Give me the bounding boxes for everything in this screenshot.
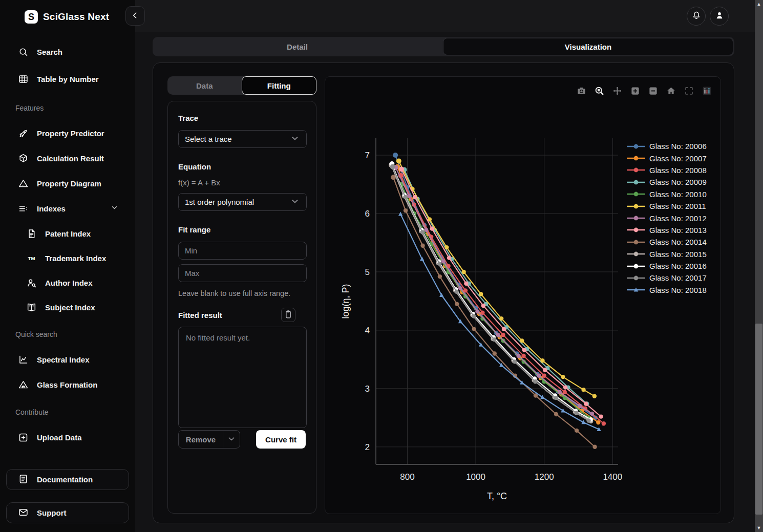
series-marker[interactable] xyxy=(407,194,411,198)
fit-range-max-input[interactable]: Max xyxy=(178,264,307,282)
page-scrollbar[interactable]: ▲ ▼ xyxy=(755,0,763,532)
sidebar-item-calculation-result[interactable]: Calculation Result xyxy=(0,150,135,167)
series-marker[interactable] xyxy=(430,226,434,230)
series-marker[interactable] xyxy=(398,212,402,216)
series-line[interactable] xyxy=(401,169,601,416)
legend-item[interactable]: Glass No: 20008 xyxy=(627,164,707,176)
legend-item[interactable]: Glass No: 20010 xyxy=(627,188,707,200)
series-marker[interactable] xyxy=(599,414,603,418)
series-marker[interactable] xyxy=(590,412,594,416)
series-marker[interactable] xyxy=(420,244,425,248)
tab-fitting[interactable]: Fitting xyxy=(242,76,317,95)
equation-select[interactable]: 1st order polynomial xyxy=(178,193,307,211)
series-marker[interactable] xyxy=(501,333,505,337)
autoscale-icon[interactable] xyxy=(682,85,695,96)
copy-result-button[interactable] xyxy=(281,308,295,322)
trace-select[interactable]: Select a trace xyxy=(178,130,307,148)
sidebar-documentation-button[interactable]: Documentation xyxy=(6,469,129,490)
series-marker[interactable] xyxy=(463,288,468,292)
legend-item[interactable]: Glass No: 20014 xyxy=(627,236,707,248)
scroll-up-arrow[interactable]: ▲ xyxy=(755,0,763,8)
series-marker[interactable] xyxy=(563,385,567,389)
series-marker[interactable] xyxy=(404,208,408,212)
series-line[interactable] xyxy=(401,176,604,423)
series-marker[interactable] xyxy=(393,153,398,158)
fit-range-min-input[interactable]: Min xyxy=(178,242,307,260)
series-marker[interactable] xyxy=(563,390,567,394)
series-marker[interactable] xyxy=(574,411,578,415)
series-marker[interactable] xyxy=(444,245,449,249)
series-marker[interactable] xyxy=(479,292,483,296)
legend-item[interactable]: Glass No: 20012 xyxy=(627,212,707,224)
series-marker[interactable] xyxy=(420,257,424,261)
legend-item[interactable]: Glass No: 20011 xyxy=(627,200,707,212)
series-marker[interactable] xyxy=(481,304,485,308)
tab-detail[interactable]: Detail xyxy=(153,37,442,56)
series-marker[interactable] xyxy=(522,348,526,352)
series-marker[interactable] xyxy=(578,404,582,408)
chevron-down-icon[interactable] xyxy=(110,203,119,214)
series-line[interactable] xyxy=(393,177,595,447)
sidebar-item-trademark-index[interactable]: TMTrademark Index xyxy=(0,249,135,267)
zoom-out-icon[interactable] xyxy=(646,85,660,96)
series-marker[interactable] xyxy=(475,309,479,313)
series-marker[interactable] xyxy=(502,327,506,331)
series-marker[interactable] xyxy=(592,394,597,398)
series-marker[interactable] xyxy=(447,256,451,260)
sidebar-item-property-predictor[interactable]: Property Predictor xyxy=(0,124,135,142)
series-marker[interactable] xyxy=(462,270,466,274)
series-marker[interactable] xyxy=(561,375,565,379)
series-marker[interactable] xyxy=(586,418,590,422)
sidebar-item-table-by-number[interactable]: Table by Number xyxy=(0,70,135,88)
legend-item[interactable]: Glass No: 20007 xyxy=(627,152,707,164)
sidebar-item-subject-index[interactable]: Subject Index xyxy=(0,299,135,316)
series-marker[interactable] xyxy=(521,354,525,358)
series-marker[interactable] xyxy=(403,195,407,199)
series-marker[interactable] xyxy=(424,228,428,232)
series-marker[interactable] xyxy=(554,396,558,400)
legend-item[interactable]: Glass No: 20006 xyxy=(627,140,707,152)
series-marker[interactable] xyxy=(581,388,585,392)
series-marker[interactable] xyxy=(472,314,476,318)
series-marker[interactable] xyxy=(413,195,417,199)
series-marker[interactable] xyxy=(499,316,503,321)
sidebar-item-glass-formation[interactable]: Glass Formation xyxy=(0,376,135,393)
series-marker[interactable] xyxy=(458,286,462,290)
sidebar-item-patent-index[interactable]: Patent Index xyxy=(0,225,135,242)
sidebar-item-property-diagram[interactable]: Property Diagram xyxy=(0,175,135,192)
legend-item[interactable]: Glass No: 20018 xyxy=(627,284,707,296)
zoom-in-icon[interactable] xyxy=(628,85,642,96)
home-icon[interactable] xyxy=(664,85,677,96)
sidebar-item-upload-data[interactable]: Upload Data xyxy=(0,429,135,446)
tab-data[interactable]: Data xyxy=(167,76,242,95)
sidebar-collapse-button[interactable] xyxy=(125,6,145,26)
remove-button[interactable]: Remove xyxy=(178,430,240,449)
series-marker[interactable] xyxy=(575,429,579,433)
series-marker[interactable] xyxy=(513,359,517,364)
camera-icon[interactable] xyxy=(575,85,588,96)
sidebar-item-author-index[interactable]: Author Index xyxy=(0,274,135,291)
series-marker[interactable] xyxy=(396,158,401,163)
series-marker[interactable] xyxy=(399,166,404,172)
plotly-logo-icon[interactable] xyxy=(700,85,713,96)
series-marker[interactable] xyxy=(420,230,425,234)
tab-visualization[interactable]: Visualization xyxy=(443,38,733,55)
series-marker[interactable] xyxy=(540,358,544,363)
series-marker[interactable] xyxy=(496,333,500,337)
series-line[interactable] xyxy=(397,167,598,422)
series-marker[interactable] xyxy=(592,445,597,449)
legend-item[interactable]: Glass No: 20016 xyxy=(627,260,707,272)
zoom-icon[interactable] xyxy=(592,85,606,96)
sidebar-item-spectral-index[interactable]: Spectral Index xyxy=(0,351,135,368)
series-marker[interactable] xyxy=(554,412,558,416)
series-marker[interactable] xyxy=(437,262,441,266)
series-marker[interactable] xyxy=(390,164,395,169)
series-marker[interactable] xyxy=(455,302,459,306)
series-marker[interactable] xyxy=(543,368,547,372)
scrollbar-thumb[interactable] xyxy=(755,324,762,515)
pan-icon[interactable] xyxy=(610,85,624,96)
sidebar-item-search[interactable]: Search xyxy=(0,43,135,60)
curve-fit-button[interactable]: Curve fit xyxy=(256,430,306,449)
sidebar-item-indexes[interactable]: Indexes xyxy=(0,200,135,217)
legend-item[interactable]: Glass No: 20017 xyxy=(627,272,707,284)
